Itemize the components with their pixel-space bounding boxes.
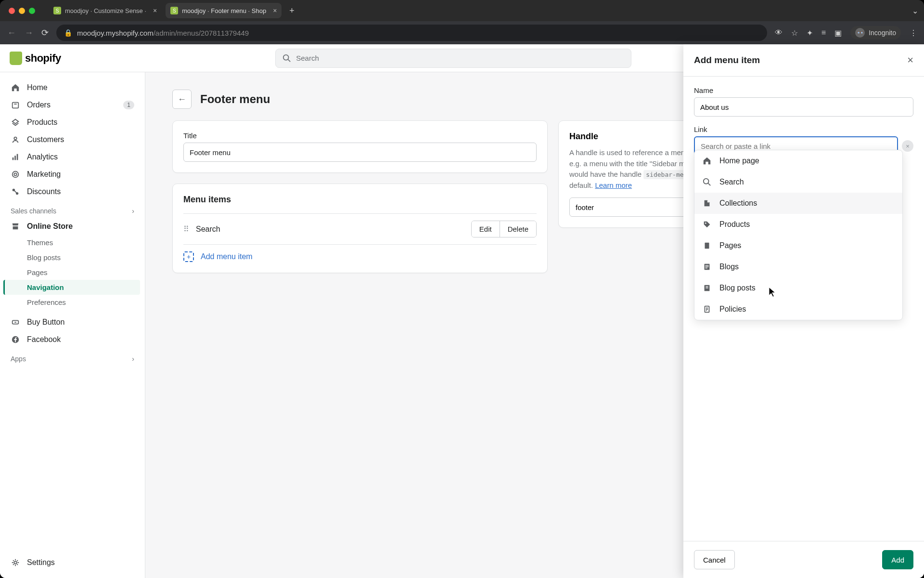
reload-icon[interactable]: ⟳ [41, 27, 49, 38]
store-icon [11, 222, 20, 231]
browser-chrome: S moodjoy · Customize Sense · × S moodjo… [0, 0, 924, 44]
cancel-button[interactable]: Cancel [694, 550, 735, 569]
learn-more-link[interactable]: Learn more [595, 181, 632, 189]
link-label: Link [694, 125, 913, 133]
window-maximize-icon[interactable] [29, 8, 35, 14]
facebook-icon [11, 335, 20, 344]
sales-channels-header[interactable]: Sales channels › [5, 200, 140, 218]
dropdown-item-products[interactable]: Products [694, 214, 902, 235]
analytics-icon [11, 152, 20, 162]
link-dropdown: Home page Search Collections Products Pa… [694, 150, 903, 320]
close-panel-button[interactable]: × [907, 54, 913, 66]
sidebar-item-buy-button[interactable]: Buy Button [5, 314, 140, 331]
panel-icon[interactable]: ▣ [834, 28, 842, 38]
sidebar-subitem-navigation[interactable]: Navigation [3, 280, 140, 295]
sidebar-item-online-store[interactable]: Online Store [5, 218, 140, 235]
traffic-lights [9, 8, 35, 14]
sidebar-item-discounts[interactable]: Discounts [5, 183, 140, 200]
browser-tab-0[interactable]: S moodjoy · Customize Sense · × [49, 3, 162, 18]
dropdown-item-policies[interactable]: Policies [694, 299, 902, 320]
svg-rect-5 [14, 156, 16, 160]
menu-items-title: Menu items [183, 195, 537, 205]
dropdown-item-blog-posts[interactable]: Blog posts [694, 277, 902, 299]
favicon-icon: S [53, 7, 61, 14]
chrome-toolbar-icons: 👁 ☆ ✦ ≡ ▣ 👓 Incognito ⋮ [775, 26, 917, 39]
sidebar-item-customers[interactable]: Customers [5, 131, 140, 148]
sidebar-item-marketing[interactable]: Marketing [5, 166, 140, 183]
svg-rect-6 [17, 154, 18, 160]
sidebar-subitem-themes[interactable]: Themes [5, 235, 140, 250]
nav-forward-icon: → [24, 28, 34, 38]
new-tab-button[interactable]: + [285, 6, 298, 16]
sidebar-item-orders[interactable]: Orders 1 [5, 96, 140, 114]
sidebar-subitem-blog-posts[interactable]: Blog posts [5, 250, 140, 265]
sidebar-item-facebook[interactable]: Facebook [5, 331, 140, 348]
incognito-icon: 👓 [855, 28, 865, 38]
dropdown-item-home[interactable]: Home page [694, 150, 902, 171]
panel-title: Add menu item [694, 55, 760, 66]
sidebar-item-products[interactable]: Products [5, 114, 140, 131]
chevron-right-icon: › [132, 207, 134, 215]
reading-list-icon[interactable]: ≡ [821, 28, 826, 37]
svg-line-1 [288, 59, 291, 62]
sidebar-item-home[interactable]: Home [5, 79, 140, 96]
dropdown-item-blogs[interactable]: Blogs [694, 256, 902, 277]
url-bar[interactable]: 🔒 moodjoy.myshopify.com/admin/menus/2078… [56, 25, 767, 41]
page-icon [702, 241, 712, 250]
sidebar-subitem-preferences[interactable]: Preferences [5, 295, 140, 310]
products-icon [11, 118, 20, 127]
close-tab-icon[interactable]: × [273, 7, 277, 14]
delete-button[interactable]: Delete [500, 221, 536, 237]
window-minimize-icon[interactable] [19, 8, 25, 14]
marketing-icon [11, 170, 20, 179]
tab-title: moodjoy · Customize Sense · [65, 7, 146, 14]
incognito-badge[interactable]: 👓 Incognito [850, 26, 901, 39]
title-input[interactable] [183, 143, 537, 162]
sidebar-item-analytics[interactable]: Analytics [5, 148, 140, 166]
discounts-icon [11, 187, 20, 197]
menu-item-label: Search [196, 225, 464, 234]
close-tab-icon[interactable]: × [153, 7, 157, 14]
clear-link-button[interactable]: × [902, 140, 913, 152]
gear-icon [11, 558, 20, 567]
menu-item-row: ⠿ Search Edit Delete [183, 213, 537, 244]
add-menu-item-panel: Add menu item × Name Link × Home page Se… [683, 44, 924, 578]
orders-icon [11, 100, 20, 110]
add-button[interactable]: Add [882, 550, 913, 569]
chevron-down-icon[interactable]: ⌄ [912, 6, 918, 15]
collections-icon [702, 198, 712, 208]
tab-title: moodjoy · Footer menu · Shop [182, 7, 266, 14]
svg-point-14 [705, 223, 706, 224]
buy-button-icon [11, 317, 20, 327]
window-close-icon[interactable] [9, 8, 15, 14]
add-menu-item-button[interactable]: + Add menu item [183, 244, 537, 262]
search-icon [702, 177, 712, 187]
apps-header[interactable]: Apps › [5, 348, 140, 366]
search-placeholder: Search [296, 54, 319, 62]
extensions-icon[interactable]: ✦ [807, 28, 813, 38]
eye-off-icon[interactable]: 👁 [775, 28, 783, 37]
nav-back-icon[interactable]: ← [7, 28, 16, 38]
chevron-right-icon: › [132, 355, 134, 363]
svg-point-11 [14, 561, 16, 564]
name-input[interactable] [694, 97, 913, 117]
sidebar-item-settings[interactable]: Settings [5, 554, 140, 571]
dropdown-item-pages[interactable]: Pages [694, 235, 902, 256]
shopify-logo[interactable]: shopify [10, 52, 61, 65]
svg-point-3 [14, 137, 16, 140]
star-icon[interactable]: ☆ [791, 28, 798, 38]
page-title: Footer menu [200, 92, 270, 106]
kebab-menu-icon[interactable]: ⋮ [910, 28, 917, 38]
dropdown-item-search[interactable]: Search [694, 171, 902, 193]
svg-rect-18 [705, 266, 708, 267]
search-icon [282, 54, 291, 63]
global-search-input[interactable]: Search [275, 49, 631, 68]
edit-button[interactable]: Edit [472, 221, 500, 237]
sidebar-subitem-pages[interactable]: Pages [5, 265, 140, 280]
dropdown-item-collections[interactable]: Collections [694, 193, 902, 214]
home-icon [11, 83, 20, 92]
back-button[interactable]: ← [172, 90, 192, 109]
drag-handle-icon[interactable]: ⠿ [183, 224, 189, 234]
shopify-logo-mark-icon [10, 52, 22, 65]
browser-tab-1[interactable]: S moodjoy · Footer menu · Shop × [166, 3, 282, 18]
